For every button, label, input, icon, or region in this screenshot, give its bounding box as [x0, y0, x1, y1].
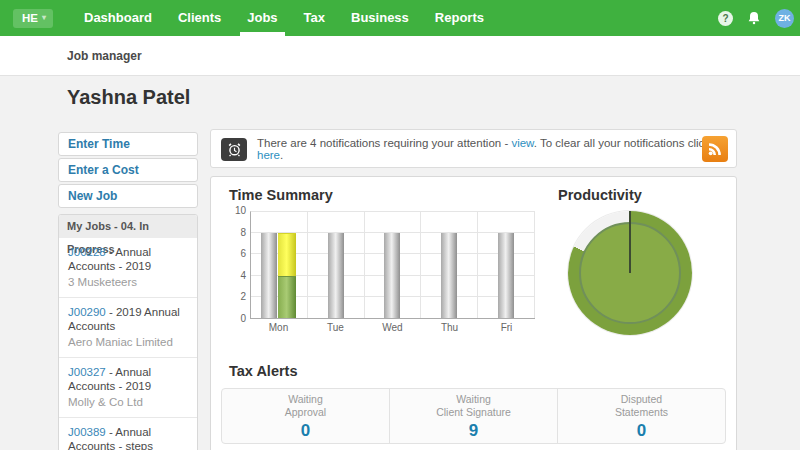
x-tick-label: Thu — [421, 322, 478, 333]
time-summary-xaxis: MonTueWedThuFri — [250, 322, 535, 333]
rss-feed-icon[interactable] — [702, 136, 728, 162]
clear-notifications-link[interactable]: here — [257, 149, 280, 161]
workspace-switcher[interactable]: HE ▾ — [13, 9, 53, 28]
breadcrumb[interactable]: Job manager — [67, 49, 142, 63]
chart-slot-wed — [365, 212, 422, 318]
chart-slot-thu — [421, 212, 478, 318]
my-jobs-in-progress-header[interactable]: My Jobs - 04. In Progress — [59, 215, 197, 238]
chart-slot-tue — [308, 212, 365, 318]
enter-time-button[interactable]: Enter Time — [58, 132, 198, 156]
nav-item-jobs[interactable]: Jobs — [234, 0, 290, 36]
dashboard-panel: Time Summary 0246810 MonTueWedThuFri Pro… — [210, 176, 737, 450]
nav-item-clients[interactable]: Clients — [165, 0, 234, 36]
job-code-link[interactable]: J00228 — [68, 246, 106, 258]
nav-item-reports[interactable]: Reports — [422, 0, 497, 36]
y-tick-label: 10 — [233, 205, 247, 216]
job-code-link[interactable]: J00327 — [68, 366, 106, 378]
y-tick-label: 6 — [233, 248, 247, 259]
time-summary-yaxis: 0246810 — [233, 211, 247, 319]
time-summary-plot — [250, 211, 535, 319]
nav-item-business[interactable]: Business — [338, 0, 422, 36]
notification-bar: There are 4 notifications requiring your… — [210, 129, 737, 168]
tax-alert-waiting-client-signature: WaitingClient Signature 9 — [390, 389, 558, 443]
job-list-item[interactable]: J00290 - 2019 Annual Accounts Aero Mania… — [59, 297, 197, 357]
x-tick-label: Tue — [307, 322, 364, 333]
nav-item-tax[interactable]: Tax — [291, 0, 338, 36]
view-notifications-link[interactable]: view — [511, 137, 533, 149]
chart-slot-fri — [478, 212, 535, 318]
time-summary-chart: 0246810 MonTueWedThuFri — [233, 211, 535, 343]
workspace-label: HE — [22, 12, 38, 24]
alarm-clock-icon — [221, 138, 247, 161]
tax-alerts-panel: WaitingApproval 0 WaitingClient Signatur… — [221, 388, 726, 444]
x-tick-label: Wed — [364, 322, 421, 333]
job-code-link[interactable]: J00389 — [68, 426, 106, 438]
grey-bar — [384, 233, 400, 318]
nav-menu: Dashboard Clients Jobs Tax Business Repo… — [71, 0, 497, 36]
x-tick-label: Mon — [250, 322, 307, 333]
productivity-gauge — [568, 211, 692, 335]
chart-slot-mon — [251, 212, 308, 318]
notifications-bell-icon[interactable] — [746, 10, 762, 26]
job-list-item[interactable]: J00228 - Annual Accounts - 2019 3 Musket… — [59, 238, 197, 297]
grey-bar — [441, 233, 457, 318]
green-segment — [278, 276, 296, 318]
nav-item-dashboard[interactable]: Dashboard — [71, 0, 165, 36]
job-client: 3 Musketeers — [68, 275, 188, 289]
nav-right-icons: ? ZK — [718, 0, 800, 36]
job-list-item[interactable]: J00327 - Annual Accounts - 2019 Molly & … — [59, 357, 197, 417]
top-nav: HE ▾ Dashboard Clients Jobs Tax Business… — [0, 0, 800, 36]
time-summary-title: Time Summary — [229, 187, 333, 203]
tax-alert-disputed-statements: DisputedStatements 0 — [558, 389, 725, 443]
y-tick-label: 8 — [233, 227, 247, 238]
breadcrumb-bar: Job manager — [0, 36, 800, 76]
enter-cost-button[interactable]: Enter a Cost — [58, 158, 198, 182]
productivity-title: Productivity — [558, 187, 642, 203]
help-icon[interactable]: ? — [718, 11, 733, 26]
waiting-approval-count[interactable]: 0 — [301, 421, 310, 441]
user-avatar[interactable]: ZK — [775, 9, 794, 28]
y-tick-label: 2 — [233, 291, 247, 302]
new-job-button[interactable]: New Job — [58, 184, 198, 208]
grey-bar — [498, 233, 514, 318]
disputed-statements-count[interactable]: 0 — [637, 421, 646, 441]
y-tick-label: 0 — [233, 313, 247, 324]
job-list-item[interactable]: J00389 - Annual Accounts - steps Molly &… — [59, 417, 197, 450]
stacked-bar — [278, 233, 296, 318]
x-tick-label: Fri — [478, 322, 535, 333]
chevron-down-icon: ▾ — [42, 13, 46, 22]
yellow-segment — [278, 233, 296, 275]
my-jobs-in-progress-section: My Jobs - 04. In Progress J00228 - Annua… — [58, 214, 198, 450]
waiting-client-signature-count[interactable]: 9 — [469, 421, 478, 441]
job-client: Aero Maniac Limited — [68, 335, 188, 349]
sidebar: Enter Time Enter a Cost New Job My Jobs … — [58, 132, 198, 450]
grey-bar — [328, 233, 344, 318]
grey-bar — [261, 233, 277, 318]
y-tick-label: 4 — [233, 270, 247, 281]
tax-alert-waiting-approval: WaitingApproval 0 — [222, 389, 390, 443]
productivity-gauge-needle — [629, 211, 631, 273]
notification-message: There are 4 notifications requiring your… — [257, 130, 736, 167]
job-client: Molly & Co Ltd — [68, 395, 188, 409]
page-title: Yashna Patel — [67, 86, 190, 109]
job-code-link[interactable]: J00290 — [68, 306, 106, 318]
job-manager-page: HE ▾ Dashboard Clients Jobs Tax Business… — [0, 0, 800, 450]
tax-alerts-title: Tax Alerts — [229, 363, 298, 379]
